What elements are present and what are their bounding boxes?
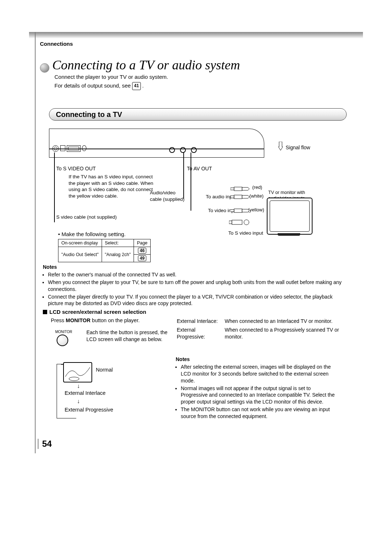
notes-list: After selecting the external screen, ima… [176,364,335,420]
table-cell: 46 [134,247,151,255]
note-item: After selecting the external screen, ima… [181,364,335,384]
table-cell: "Analog 2ch" [102,247,134,262]
mode-external-progressive: External Progressive [65,407,113,413]
setting-bullet: • Make the following setting. [58,231,126,237]
note-item: Connect the player directly to your TV. … [48,293,344,307]
label-svideo-cable: S video cable (not supplied) [56,214,117,220]
header-gradient [29,32,363,39]
connection-diagram: Signal flow To S VIDEO OUT If the TV has… [49,129,347,238]
table-cell: 49 [134,255,151,262]
label-yellow: (yellow) [248,207,264,212]
cable-line [191,153,191,211]
note-item: Refer to the owner's manual of the conne… [48,271,344,278]
av-jack-icon [180,147,186,153]
signal-flow-arrow-icon [278,142,283,150]
player-rear-panel-icon [49,129,217,158]
av-jack-icon [169,147,175,153]
av-jack-icon [191,147,197,153]
section-label: Connections [40,41,73,47]
loop-line-icon [57,364,61,418]
svideo-plug-icon [229,219,250,225]
svg-rect-6 [229,221,232,224]
svg-rect-3 [234,195,242,199]
notes-heading: Notes [43,264,344,271]
page-number: 54 [38,439,52,449]
table-cell: "Audio Out Select" [58,247,102,262]
svideo-note: If the TV has an S video input, connect … [69,174,156,199]
label-av-out: To AV OUT [187,166,212,171]
rca-plug-red-icon [230,186,249,190]
arrow-down-icon: ↓ [77,383,80,389]
page-reference-icon: 49 [138,255,146,261]
settings-table: On-screen display Select: Page "Audio Ou… [58,239,151,262]
mode-label: External Interlace: [176,317,224,325]
intro-line-1: Connect the player to your TV or audio s… [54,73,168,81]
monitor-description: Each time the button is pressed, the LCD… [86,329,172,343]
side-rule [35,32,36,453]
intro-text: For details of output sound, see [54,82,132,89]
port-icon [60,145,65,151]
label-av-cable: Audio/videocable (supplied) [150,190,184,202]
cable-line [54,153,55,222]
note-item: Normal images will not appear if the out… [181,385,335,406]
mode-desc: When connected to an Interlaced TV or mo… [224,317,342,325]
page-reference-icon: 46 [138,248,146,254]
mode-descriptions: External Interlace: When connected to an… [176,317,343,342]
mode-external-interlace: External Interlace [65,390,106,396]
player-lid-icon [217,129,264,158]
hdmi-port-icon [67,145,81,152]
svg-rect-2 [230,196,234,198]
note-item: The MONITOR button can not work while yo… [181,406,335,420]
arrow-down-icon: ↓ [77,398,80,405]
notes-heading: Notes [176,356,335,363]
lcd-heading: LCD screen/external screen selection [43,309,146,315]
svg-point-8 [244,220,249,225]
notes-list: Refer to the owner's manual of the conne… [43,271,344,307]
lcd-heading-text: LCD screen/external screen selection [49,309,146,315]
subheading-connecting-tv: Connecting to a TV [49,108,347,121]
label-svideo-input: To S video input [228,230,263,236]
svg-rect-5 [234,209,242,212]
lcd-press-line: Press MONITOR button on the player. [51,317,140,323]
tv-icon [267,198,313,235]
label-signal-flow: Signal flow [286,145,310,150]
monitor-button-icon: MONITOR [55,330,70,346]
mode-cycle-diagram: Normal ↓ External Interlace ↓ External P… [55,360,157,426]
page-title: Connecting to a TV or audio system [52,57,240,73]
svideo-port-icon [52,145,59,152]
monitor-button-label: MONITOR [55,330,72,334]
port-icon [82,145,86,151]
label-red: (red) [252,185,262,190]
mode-label: External Progressive: [176,326,224,341]
label-white: (white) [249,193,264,199]
table-header: Select: [102,239,134,247]
svg-rect-4 [230,210,234,212]
svg-point-9 [69,377,79,381]
rca-plug-yellow-icon [230,208,249,212]
mode-normal: Normal [96,367,113,373]
intro-text-tail: . [141,82,144,89]
rca-plug-white-icon [230,194,249,198]
intro-line-2: For details of output sound, see 41 . [54,81,168,90]
mode-desc: When connected to a Progressively scanne… [224,326,342,341]
monitor-word: MONITOR [66,317,90,323]
svg-rect-0 [230,188,234,190]
note-item: When you connect the player to your TV, … [48,279,344,293]
lcd-screen-icon [63,362,92,382]
text: Press [51,317,66,323]
text: button on the player. [90,317,139,323]
page-reference-icon: 41 [132,82,140,90]
table-header: On-screen display [58,239,102,247]
square-bullet-icon [43,310,47,314]
title-bullet-icon [40,63,49,73]
table-header: Page [134,239,151,247]
tv-stand-icon [278,233,300,236]
button-circle-icon [57,335,68,346]
label-svideo-out: To S VIDEO OUT [56,166,96,171]
svg-rect-1 [234,187,242,191]
svg-rect-7 [232,220,242,224]
